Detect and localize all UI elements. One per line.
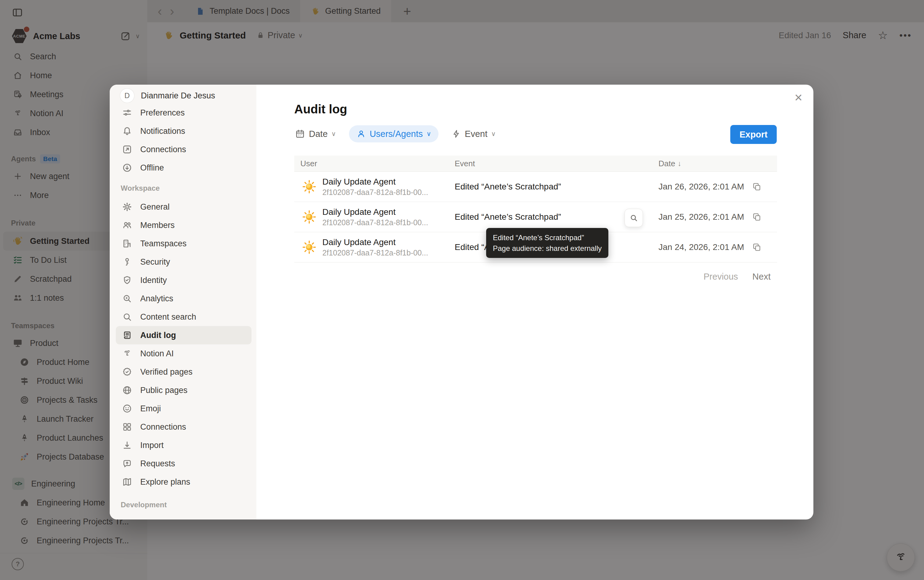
settings-nav-connections-ws[interactable]: Connections bbox=[110, 418, 256, 436]
close-icon[interactable]: × bbox=[792, 89, 804, 106]
workspace-section-label: Workspace bbox=[110, 183, 256, 194]
event-tooltip: Edited “Anete’s Scratchpad” Page audienc… bbox=[486, 228, 608, 258]
settings-nav-explore-plans[interactable]: Explore plans bbox=[110, 473, 256, 491]
settings-nav-general[interactable]: General bbox=[110, 198, 256, 216]
smiley-icon bbox=[122, 404, 132, 414]
settings-nav-requests[interactable]: Requests bbox=[110, 455, 256, 473]
filter-bar: Date ∨ Users/Agents ∨ Event ∨ bbox=[292, 125, 498, 143]
settings-nav-teamspaces[interactable]: Teamspaces bbox=[110, 234, 256, 253]
sun-emoji bbox=[302, 210, 316, 224]
settings-nav-security[interactable]: Security bbox=[110, 253, 256, 271]
settings-nav-notion-ai[interactable]: Notion AI bbox=[110, 344, 256, 363]
audit-log-title: Audit log bbox=[294, 102, 347, 116]
next-button[interactable]: Next bbox=[752, 272, 771, 282]
building-icon bbox=[122, 238, 132, 249]
pagination: Previous Next bbox=[704, 272, 771, 282]
copy-icon[interactable] bbox=[752, 212, 762, 222]
settings-nav-audit-log[interactable]: Audit log bbox=[116, 326, 252, 344]
search-icon bbox=[122, 312, 132, 322]
import-icon bbox=[122, 440, 132, 450]
members-icon bbox=[122, 220, 132, 231]
globe-icon bbox=[122, 385, 132, 395]
settings-nav-emoji[interactable]: Emoji bbox=[110, 399, 256, 418]
bell-icon bbox=[122, 126, 132, 136]
shield-check-icon bbox=[122, 275, 132, 285]
chevron-down-icon: ∨ bbox=[331, 130, 336, 137]
sort-descending-icon: ↓ bbox=[678, 159, 681, 168]
scroll-icon bbox=[122, 330, 132, 340]
external-link-icon bbox=[122, 144, 132, 155]
person-icon bbox=[356, 129, 366, 139]
previous-button[interactable]: Previous bbox=[704, 272, 738, 282]
settings-nav-identity[interactable]: Identity bbox=[110, 271, 256, 289]
settings-nav-offline[interactable]: Offline bbox=[110, 158, 256, 177]
users-agents-filter[interactable]: Users/Agents ∨ bbox=[349, 125, 438, 142]
agent-name: Daily Update Agent bbox=[322, 207, 428, 217]
grid-icon bbox=[122, 422, 132, 432]
table-row[interactable]: Daily Update Agent2f102087-daa7-812a-8f1… bbox=[294, 172, 777, 202]
agent-id: 2f102087-daa7-812a-8f1b-00... bbox=[322, 218, 428, 227]
request-bubble-icon bbox=[122, 458, 132, 469]
calendar-icon bbox=[295, 129, 305, 139]
screen: ACME Acme Labs ∨ Search Home Meetings No… bbox=[0, 0, 924, 580]
row-zoom-button[interactable] bbox=[624, 209, 643, 227]
agent-name: Daily Update Agent bbox=[322, 177, 428, 187]
settings-nav: D Dianmarie De Jesus Preferences Notific… bbox=[110, 85, 256, 519]
settings-content: Audit log Date ∨ Users/Agents ∨ Event ∨ bbox=[256, 85, 814, 519]
event-date: Jan 26, 2026, 2:01 AM bbox=[659, 182, 744, 191]
magnifier-sparkle-icon bbox=[122, 293, 132, 304]
settings-account-row[interactable]: D Dianmarie De Jesus bbox=[110, 88, 256, 104]
bolt-icon bbox=[451, 129, 461, 139]
settings-nav-verified-pages[interactable]: Verified pages bbox=[110, 363, 256, 381]
settings-nav-content-search[interactable]: Content search bbox=[110, 308, 256, 326]
column-header-event[interactable]: Event bbox=[448, 159, 652, 168]
copy-icon[interactable] bbox=[752, 242, 762, 252]
gear-icon bbox=[122, 202, 132, 212]
account-name: Dianmarie De Jesus bbox=[141, 91, 215, 101]
event-date: Jan 25, 2026, 2:01 AM bbox=[659, 212, 744, 222]
avatar: D bbox=[120, 89, 134, 103]
tooltip-line-1: Edited “Anete’s Scratchpad” bbox=[493, 232, 602, 243]
settings-nav-notifications[interactable]: Notifications bbox=[110, 122, 256, 140]
development-section-label: Development bbox=[110, 499, 256, 511]
sun-emoji bbox=[302, 180, 316, 194]
chevron-down-icon: ∨ bbox=[491, 130, 496, 137]
agent-id: 2f102087-daa7-812a-8f1b-00... bbox=[322, 249, 428, 257]
copy-icon[interactable] bbox=[752, 182, 762, 191]
download-circle-icon bbox=[122, 163, 132, 173]
chevron-down-icon: ∨ bbox=[427, 130, 431, 137]
agent-id: 2f102087-daa7-812a-8f1b-00... bbox=[322, 188, 428, 197]
date-filter[interactable]: Date ∨ bbox=[292, 129, 339, 139]
notion-ai-face-icon bbox=[122, 348, 132, 359]
settings-dialog: D Dianmarie De Jesus Preferences Notific… bbox=[110, 85, 814, 519]
key-icon bbox=[122, 257, 132, 267]
event-description: Edited “Anete’s Scratchpad” bbox=[448, 212, 652, 222]
sliders-icon bbox=[122, 107, 132, 118]
settings-nav-analytics[interactable]: Analytics bbox=[110, 289, 256, 308]
table-header: User Event Date↓ bbox=[294, 155, 777, 172]
settings-nav-preferences[interactable]: Preferences bbox=[110, 104, 256, 122]
settings-nav-public-pages[interactable]: Public pages bbox=[110, 381, 256, 399]
settings-nav-members[interactable]: Members bbox=[110, 216, 256, 234]
tooltip-line-2: Page audience: shared externally bbox=[493, 243, 602, 254]
settings-nav-import[interactable]: Import bbox=[110, 436, 256, 455]
map-icon bbox=[122, 477, 132, 487]
event-date: Jan 24, 2026, 2:01 AM bbox=[659, 242, 744, 252]
column-header-date[interactable]: Date↓ bbox=[652, 159, 777, 168]
event-filter[interactable]: Event ∨ bbox=[449, 129, 498, 139]
settings-nav-connections[interactable]: Connections bbox=[110, 140, 256, 158]
event-description: Edited “Anete’s Scratchpad” bbox=[448, 182, 652, 191]
column-header-user[interactable]: User bbox=[294, 159, 448, 168]
verified-badge-icon bbox=[122, 367, 132, 377]
agent-name: Daily Update Agent bbox=[322, 237, 428, 247]
export-button[interactable]: Export bbox=[730, 125, 777, 144]
sun-emoji bbox=[302, 240, 316, 254]
